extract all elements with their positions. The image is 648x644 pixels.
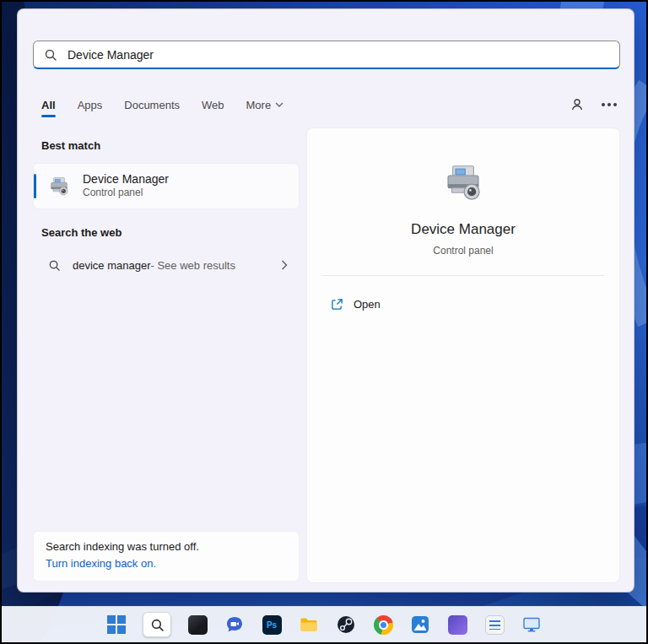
search-active-box: [143, 612, 171, 637]
chevron-down-icon: [275, 102, 284, 107]
folder-icon: [299, 614, 319, 635]
chrome-button[interactable]: [371, 609, 395, 641]
tab-more[interactable]: More: [246, 99, 284, 111]
tab-all-label: All: [41, 99, 56, 111]
search-icon: [48, 259, 61, 272]
best-match-heading: Best match: [41, 139, 100, 152]
teams-chat-icon: [224, 614, 245, 635]
notes-app-button[interactable]: [483, 609, 506, 641]
monitor-icon: [521, 614, 542, 635]
dark-app-button[interactable]: [186, 609, 209, 641]
dark-app-icon: [188, 615, 208, 635]
selection-accent-bar: [34, 174, 36, 198]
tab-documents-label: Documents: [124, 99, 180, 111]
open-action[interactable]: Open: [331, 294, 381, 314]
search-flyout: All Apps Documents Web More: [17, 8, 634, 593]
tab-all[interactable]: All: [41, 99, 56, 111]
tab-apps-label: Apps: [78, 99, 103, 111]
preview-pane: Device Manager Control panel Open: [306, 127, 620, 583]
media-app-button[interactable]: [446, 609, 469, 641]
preview-divider: [322, 275, 604, 276]
photoshop-button[interactable]: Ps: [260, 609, 284, 641]
taskbar: Ps: [2, 606, 646, 642]
results-column: Best match Device Ma: [33, 127, 300, 582]
taskbar-icons: Ps: [105, 609, 543, 641]
search-button[interactable]: [142, 609, 172, 641]
preview-title: Device Manager: [307, 221, 619, 238]
indexing-notice: Search indexing was turned off. Turn ind…: [33, 531, 300, 582]
search-web-heading: Search the web: [41, 226, 122, 239]
search-icon: [44, 48, 57, 62]
photos-icon: [410, 614, 430, 635]
best-match-subtitle: Control panel: [83, 187, 169, 200]
tab-apps[interactable]: Apps: [78, 99, 103, 111]
header-actions: [570, 92, 615, 117]
best-match-result[interactable]: Device Manager Control panel: [33, 163, 300, 209]
indexing-notice-link[interactable]: Turn indexing back on.: [46, 557, 287, 570]
active-tab-indicator: [41, 115, 56, 117]
steam-button[interactable]: [334, 609, 358, 641]
chevron-right-icon: [281, 260, 288, 270]
preview-subtitle: Control panel: [307, 245, 619, 257]
ellipsis-menu-icon[interactable]: [602, 103, 605, 106]
open-action-label: Open: [354, 298, 381, 311]
tab-web-label: Web: [202, 99, 224, 111]
steam-icon: [336, 614, 356, 635]
tab-documents[interactable]: Documents: [124, 99, 180, 111]
device-manager-icon: [47, 175, 71, 198]
search-input[interactable]: [66, 47, 609, 62]
teams-chat-button[interactable]: [223, 609, 246, 641]
desktop: All Apps Documents Web More: [0, 0, 648, 644]
web-result-suffix: - See web results: [151, 259, 235, 272]
search-icon: [150, 618, 165, 632]
account-icon[interactable]: [570, 97, 585, 112]
tab-more-label: More: [246, 99, 272, 111]
device-manager-icon-large: [440, 160, 486, 209]
photoshop-icon: Ps: [262, 615, 282, 635]
indexing-notice-text: Search indexing was turned off.: [46, 540, 287, 553]
file-explorer-button[interactable]: [297, 609, 321, 641]
web-search-result[interactable]: device manager - See web results: [33, 251, 300, 279]
notes-app-icon: [485, 615, 505, 635]
media-app-icon: [448, 615, 467, 635]
monitor-app-button[interactable]: [520, 609, 543, 641]
filter-tabs: All Apps Documents Web More: [41, 92, 617, 117]
windows-logo-icon: [107, 615, 126, 634]
best-match-title: Device Manager: [83, 172, 169, 187]
tab-web[interactable]: Web: [202, 99, 224, 111]
chrome-icon-center: [379, 620, 388, 630]
web-result-query: device manager: [73, 259, 151, 272]
photos-button[interactable]: [408, 609, 432, 641]
chrome-icon: [374, 615, 393, 635]
photoshop-label: Ps: [267, 620, 277, 630]
start-button[interactable]: [105, 609, 128, 641]
search-box[interactable]: [33, 41, 620, 69]
open-external-icon: [331, 298, 343, 311]
